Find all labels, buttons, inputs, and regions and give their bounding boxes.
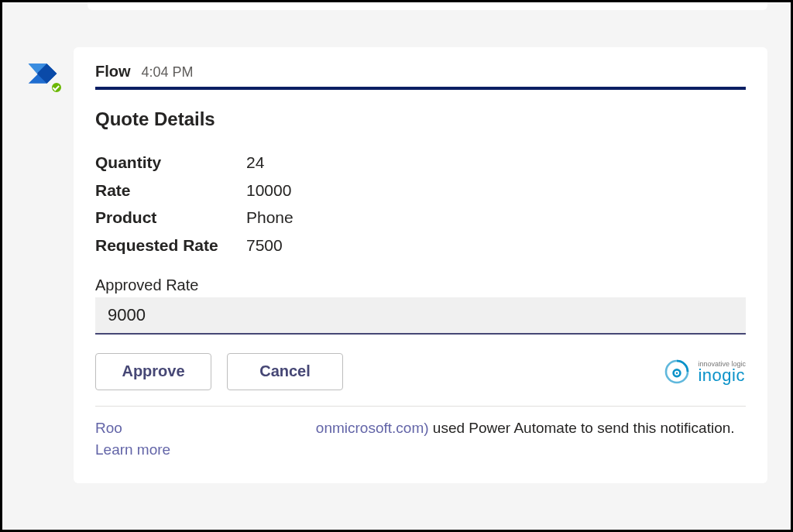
sender-name: Flow: [95, 63, 131, 81]
previous-message-edge: [88, 2, 767, 10]
fact-value: 7500: [246, 232, 283, 259]
fact-label: Requested Rate: [95, 232, 246, 259]
fact-label: Quantity: [95, 149, 246, 177]
fact-row: Quantity 24: [95, 149, 746, 177]
message-timestamp: 4:04 PM: [142, 64, 194, 81]
card-footer: Roo onmicrosoft.com) used Power Automate…: [95, 417, 746, 462]
footer-text: used Power Automate to send this notific…: [429, 420, 735, 436]
action-row: Approve Cancel innovative logic inogic: [95, 353, 746, 407]
svg-point-2: [676, 372, 678, 374]
watermark-brand: inogic: [698, 368, 746, 383]
presence-available-icon: [50, 81, 63, 94]
message-card: Flow 4:04 PM Quote Details Quantity 24 R…: [74, 47, 767, 483]
inogic-logo-icon: [661, 355, 693, 388]
learn-more-link[interactable]: Learn more: [95, 441, 170, 458]
approved-rate-input[interactable]: [95, 297, 746, 335]
fact-row: Product Phone: [95, 204, 746, 232]
card-title: Quote Details: [95, 108, 746, 130]
message-header: Flow 4:04 PM: [95, 63, 746, 81]
inogic-logo-text: innovative logic inogic: [698, 360, 746, 383]
approve-button[interactable]: Approve: [95, 353, 211, 390]
fact-set: Quantity 24 Rate 10000 Product Phone Req…: [95, 149, 746, 259]
flow-avatar: [26, 57, 60, 91]
fact-value: 10000: [246, 177, 291, 204]
cancel-button[interactable]: Cancel: [227, 353, 343, 390]
fact-row: Rate 10000: [95, 177, 746, 204]
fact-row: Requested Rate 7500: [95, 232, 746, 259]
fact-label: Rate: [95, 177, 246, 204]
fact-value: Phone: [246, 204, 294, 232]
redacted-text: [122, 417, 316, 440]
message-container: Flow 4:04 PM Quote Details Quantity 24 R…: [26, 47, 767, 483]
fact-label: Product: [95, 204, 246, 232]
adaptive-card: Quote Details Quantity 24 Rate 10000 Pro…: [95, 87, 746, 462]
sender-email-link[interactable]: Roo onmicrosoft.com): [95, 420, 429, 436]
inogic-watermark: innovative logic inogic: [661, 355, 746, 388]
input-label: Approved Rate: [95, 276, 746, 294]
fact-value: 24: [246, 149, 264, 177]
